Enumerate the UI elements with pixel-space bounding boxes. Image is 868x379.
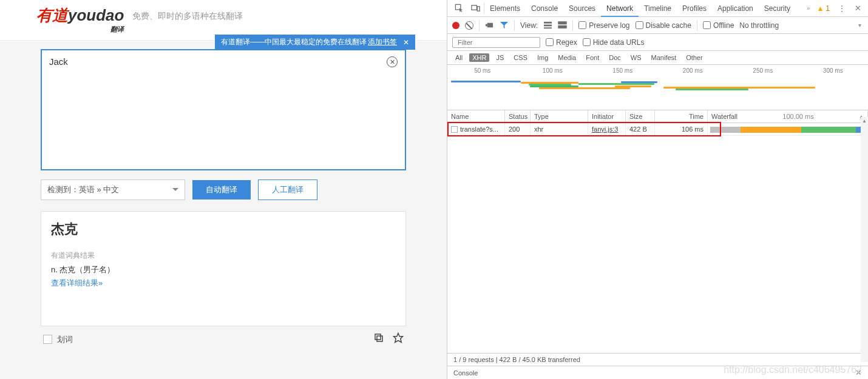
warning-badge[interactable]: ▲1 <box>814 4 832 13</box>
preserve-log-option[interactable]: Preserve log <box>578 21 629 30</box>
logo-sub: 翻译 <box>36 25 124 34</box>
checkbox-icon[interactable] <box>43 335 52 344</box>
clear-icon[interactable]: ✕ <box>387 56 398 67</box>
svg-rect-4 <box>472 5 476 10</box>
huaci-label: 划词 <box>57 334 73 345</box>
row-checkbox-icon[interactable] <box>451 126 458 133</box>
view-list-icon[interactable] <box>543 21 552 30</box>
logo-en: youdao <box>68 6 124 24</box>
view-large-icon[interactable] <box>558 21 567 30</box>
result-title: 杰克 <box>51 220 396 238</box>
col-name[interactable]: Name <box>447 110 505 122</box>
youdao-pane: 有道youdao 翻译 免费、即时的多语种在线翻译 有道翻译——中国最大最稳定的… <box>0 0 447 379</box>
col-type[interactable]: Type <box>531 110 588 122</box>
star-icon[interactable] <box>393 332 404 346</box>
huaci-toggle[interactable]: 划词 <box>43 334 73 345</box>
auto-translate-button[interactable]: 自动翻译 <box>192 180 251 200</box>
controls: 检测到：英语 » 中文 自动翻译 人工翻译 <box>41 179 406 200</box>
logo[interactable]: 有道youdao 翻译 <box>36 7 124 34</box>
cell-name: translate?s... <box>447 123 505 135</box>
promo-link[interactable]: 添加书签 <box>368 37 397 47</box>
promo-bar: 有道翻译——中国最大最稳定的免费在线翻译 添加书签 ✕ <box>215 35 415 50</box>
filter-icon[interactable] <box>500 21 509 30</box>
chevron-down-icon <box>172 188 178 194</box>
record-icon[interactable] <box>452 22 459 29</box>
timeline-ruler: 50 ms100 ms150 ms200 ms250 ms300 ms <box>447 67 868 74</box>
filter-type-font[interactable]: Font <box>583 53 602 62</box>
devtools-tab-profiles[interactable]: Profiles <box>677 0 712 17</box>
chevron-down-icon[interactable]: ▾ <box>856 22 863 29</box>
devtools-tab-timeline[interactable]: Timeline <box>639 0 677 17</box>
devtools-tab-sources[interactable]: Sources <box>563 0 601 17</box>
filter-type-other[interactable]: Other <box>683 53 706 62</box>
input-box: ✕ <box>41 49 406 170</box>
filter-type-media[interactable]: Media <box>555 53 579 62</box>
content: ✕ 检测到：英语 » 中文 自动翻译 人工翻译 杰克 有道词典结果 n. 杰克（… <box>0 41 447 346</box>
drawer-close-icon[interactable]: ✕ <box>855 368 862 377</box>
clear-icon[interactable] <box>465 21 473 30</box>
devtools-menu-icon[interactable]: ⋮ <box>835 4 849 13</box>
filter-type-js[interactable]: JS <box>493 53 507 62</box>
cell-initiator[interactable]: fanyi.js:3 <box>588 123 626 135</box>
table-row[interactable]: translate?s... 200 xhr fanyi.js:3 422 B … <box>447 123 868 136</box>
hide-dataurls-option[interactable]: Hide data URLs <box>583 38 645 47</box>
col-size[interactable]: Size <box>626 110 655 122</box>
cell-size: 422 B <box>626 123 655 135</box>
copy-icon[interactable] <box>373 332 384 346</box>
device-icon[interactable] <box>467 4 484 13</box>
promo-close-icon[interactable]: ✕ <box>403 38 409 47</box>
filter-type-ws[interactable]: WS <box>628 53 645 62</box>
filter-type-xhr[interactable]: XHR <box>469 53 489 62</box>
promo-text: 有道翻译——中国最大最稳定的免费在线翻译 <box>221 37 367 47</box>
col-waterfall[interactable]: Waterfall 100.00 ms ▲ <box>708 110 868 122</box>
throttle-dropdown[interactable]: No throttling <box>739 21 779 30</box>
devtools-tab-elements[interactable]: Elements <box>484 0 526 17</box>
filter-type-doc[interactable]: Doc <box>606 53 624 62</box>
network-toolbar: View: Preserve log Disable cache Offline… <box>447 17 868 34</box>
cell-waterfall <box>708 123 868 135</box>
tagline: 免费、即时的多语种在线翻译 <box>132 11 243 22</box>
col-initiator[interactable]: Initiator <box>588 110 626 122</box>
svg-rect-9 <box>544 22 552 24</box>
tabs-overflow-icon[interactable]: » <box>805 5 812 12</box>
svg-rect-6 <box>487 23 493 28</box>
scrollbar[interactable]: ▲ <box>861 117 868 362</box>
filter-input[interactable] <box>452 37 540 48</box>
svg-rect-12 <box>558 22 566 24</box>
filter-type-manifest[interactable]: Manifest <box>648 53 680 62</box>
devtools-pane: ElementsConsoleSourcesNetworkTimelinePro… <box>447 0 868 379</box>
filter-type-css[interactable]: CSS <box>510 53 531 62</box>
devtools-tabs: ElementsConsoleSourcesNetworkTimelinePro… <box>447 0 868 17</box>
svg-rect-11 <box>544 27 552 29</box>
human-translate-button[interactable]: 人工翻译 <box>258 179 317 200</box>
result-more-link[interactable]: 查看详细结果» <box>51 278 103 289</box>
drawer-tab[interactable]: Console <box>453 369 478 377</box>
inspect-icon[interactable] <box>451 4 467 13</box>
filter-type-img[interactable]: Img <box>534 53 551 62</box>
disable-cache-option[interactable]: Disable cache <box>636 21 691 30</box>
svg-marker-7 <box>486 24 487 27</box>
svg-rect-1 <box>375 334 381 340</box>
devtools-close-icon[interactable]: ✕ <box>852 4 864 13</box>
devtools-tab-network[interactable]: Network <box>601 0 639 17</box>
source-textarea[interactable] <box>49 56 380 159</box>
console-drawer[interactable]: Console ✕ <box>447 366 868 379</box>
footer: 划词 <box>41 332 406 346</box>
cell-status: 200 <box>505 123 531 135</box>
view-label: View: <box>520 21 538 30</box>
col-status[interactable]: Status <box>505 110 531 122</box>
warning-icon: ▲ <box>816 4 824 13</box>
offline-option[interactable]: Offline <box>703 21 734 30</box>
devtools-tab-security[interactable]: Security <box>759 0 796 17</box>
capture-icon[interactable] <box>485 21 494 30</box>
svg-marker-8 <box>500 22 508 29</box>
timeline[interactable]: 50 ms100 ms150 ms200 ms250 ms300 ms <box>447 65 868 110</box>
devtools-tab-console[interactable]: Console <box>526 0 563 17</box>
language-dropdown[interactable]: 检测到：英语 » 中文 <box>41 179 185 200</box>
svg-rect-13 <box>558 25 566 28</box>
devtools-tab-application[interactable]: Application <box>712 0 759 17</box>
svg-rect-10 <box>544 25 552 27</box>
filter-type-all[interactable]: All <box>452 53 466 62</box>
col-time[interactable]: Time <box>655 110 708 122</box>
regex-option[interactable]: Regex <box>546 38 577 47</box>
